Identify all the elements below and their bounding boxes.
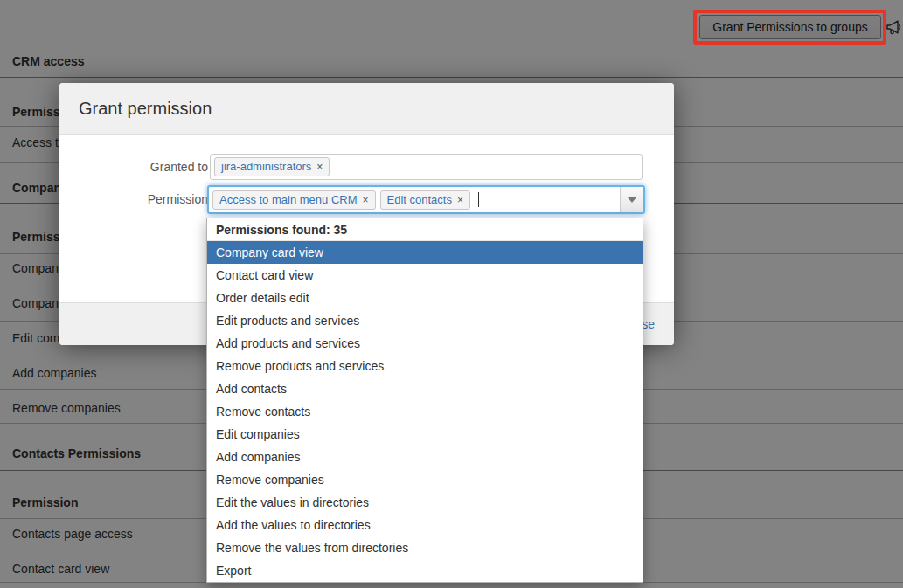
permission-suggestions-dropdown: Permissions found: 35 Company card view … [206, 218, 643, 583]
dropdown-item[interactable]: Export [207, 559, 643, 582]
dropdown-toggle-button[interactable] [620, 187, 643, 212]
dropdown-item[interactable]: Remove companies [207, 468, 643, 491]
granted-to-label: Granted to [77, 159, 208, 175]
dropdown-item[interactable]: Order details edit [207, 287, 643, 309]
dropdown-item[interactable]: Edit companies [207, 423, 643, 446]
chevron-down-icon [628, 197, 636, 203]
dropdown-item[interactable]: Add the values to directories [207, 514, 643, 536]
screen: Grant Permissions to groups CRM access P… [0, 0, 903, 588]
permission-label: Permission [77, 191, 208, 207]
tag-label: Access to main menu CRM [219, 193, 358, 207]
dialog-title: Grant permission [79, 99, 212, 119]
dropdown-item[interactable]: Contact card view [207, 264, 643, 287]
dropdown-item[interactable]: Add contacts [207, 377, 643, 400]
dialog-header: Grant permission [59, 83, 674, 135]
dropdown-item[interactable]: Edit the values in directories [207, 491, 643, 514]
dropdown-item[interactable]: Remove the values from directories [207, 536, 643, 559]
tag-remove-icon[interactable]: × [457, 195, 463, 205]
permission-tag: Edit contacts × [380, 190, 470, 210]
tag-remove-icon[interactable]: × [363, 195, 369, 205]
dropdown-item[interactable]: Add companies [207, 446, 643, 468]
dropdown-item[interactable]: Edit products and services [207, 309, 643, 332]
permission-input[interactable]: Access to main menu CRM × Edit contacts … [207, 185, 645, 214]
text-cursor [478, 192, 479, 207]
permission-tag: Access to main menu CRM × [212, 190, 376, 210]
dropdown-item[interactable]: Remove contacts [207, 400, 643, 423]
tag-remove-icon[interactable]: × [316, 162, 323, 172]
tag-label: jira-administrators [221, 160, 311, 174]
dropdown-item-selected[interactable]: Company card view [207, 241, 643, 264]
dropdown-item[interactable]: Add products and services [207, 332, 643, 355]
granted-to-tag: jira-administrators × [214, 157, 330, 176]
granted-to-input[interactable]: jira-administrators × [210, 154, 643, 180]
dropdown-results-count: Permissions found: 35 [207, 218, 643, 241]
tag-label: Edit contacts [387, 193, 452, 207]
dropdown-item[interactable]: Remove products and services [207, 355, 643, 377]
